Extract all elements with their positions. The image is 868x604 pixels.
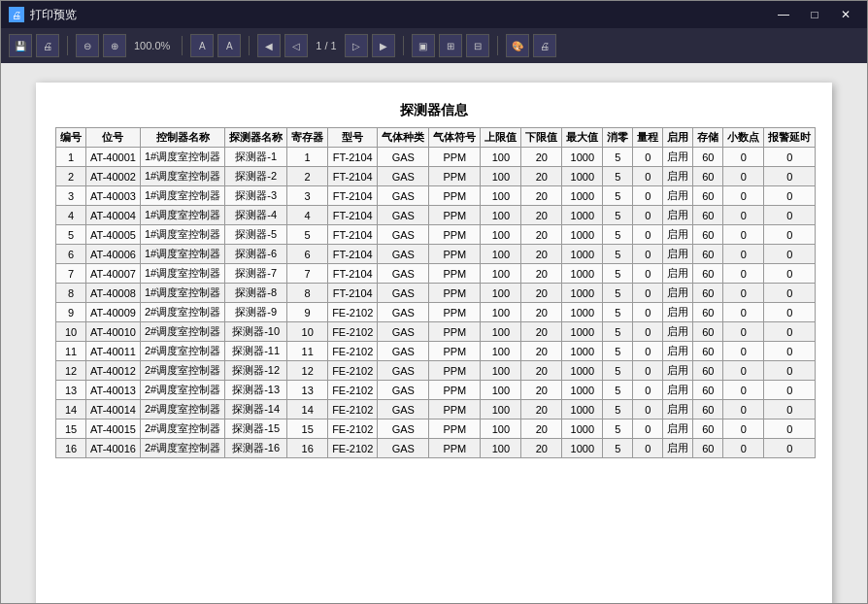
table-cell: 0 <box>723 206 764 225</box>
table-cell: 0 <box>633 148 663 167</box>
table-cell: 1#调度室控制器 <box>140 225 224 245</box>
table-row: 6AT-400061#调度室控制器探测器-66FT-2104GASPPM1002… <box>56 245 816 264</box>
table-cell: 100 <box>481 322 521 342</box>
table-cell: AT-40012 <box>86 361 141 381</box>
table-cell: 5 <box>603 264 633 284</box>
table-cell: 1000 <box>562 381 603 400</box>
table-cell: 启用 <box>663 264 693 284</box>
table-cell: 0 <box>723 284 764 303</box>
table-cell: 启用 <box>663 419 693 439</box>
table-cell: 60 <box>693 400 723 419</box>
table-cell: 2#调度室控制器 <box>140 419 224 439</box>
table-cell: 0 <box>723 322 764 342</box>
view-list-button[interactable]: ⊟ <box>466 34 489 57</box>
last-page-button[interactable]: ▶ <box>372 34 395 57</box>
table-cell: 5 <box>603 322 633 342</box>
next-page-button[interactable]: ▷ <box>345 34 368 57</box>
table-cell: 5 <box>603 303 633 322</box>
table-cell: 1000 <box>562 322 603 342</box>
table-cell: PPM <box>429 381 481 400</box>
table-cell: PPM <box>429 245 481 264</box>
view-single-button[interactable]: ▣ <box>412 34 435 57</box>
table-cell: PPM <box>429 264 481 284</box>
table-cell: 探测器-6 <box>225 245 287 264</box>
table-cell: 0 <box>764 322 816 342</box>
table-cell: 0 <box>633 342 663 361</box>
table-cell: 100 <box>481 225 521 245</box>
close-button[interactable]: ✕ <box>832 5 859 24</box>
table-cell: 0 <box>764 303 816 322</box>
table-cell: 5 <box>603 381 633 400</box>
print2-button[interactable]: 🖨 <box>533 34 556 57</box>
table-cell: 60 <box>693 303 723 322</box>
table-cell: 0 <box>764 264 816 284</box>
table-cell: PPM <box>429 400 481 419</box>
prev-page-button[interactable]: ◁ <box>284 34 308 57</box>
zoom-out-button[interactable]: ⊖ <box>76 34 99 57</box>
table-cell: AT-40007 <box>86 264 141 284</box>
first-page-button[interactable]: ◀ <box>257 34 281 57</box>
color-button[interactable]: 🎨 <box>506 34 529 57</box>
table-cell: AT-40001 <box>86 148 141 167</box>
table-cell: 0 <box>723 245 764 264</box>
table-cell: AT-40008 <box>86 284 141 303</box>
table-cell: 100 <box>481 148 521 167</box>
text-size-button[interactable]: A <box>190 34 214 57</box>
table-cell: 20 <box>521 264 562 284</box>
table-cell: FE-2102 <box>328 322 378 342</box>
table-cell: 0 <box>633 225 663 245</box>
table-cell: 100 <box>481 245 521 264</box>
table-cell: 0 <box>723 400 764 419</box>
table-cell: 100 <box>481 342 521 361</box>
table-cell: 5 <box>603 400 633 419</box>
table-cell: 20 <box>521 381 562 400</box>
table-cell: 0 <box>633 245 663 264</box>
text-size2-button[interactable]: A <box>217 34 241 57</box>
table-cell: FT-2104 <box>328 206 378 225</box>
table-cell: 8 <box>56 284 86 303</box>
table-cell: 启用 <box>663 225 693 245</box>
table-cell: 5 <box>287 225 328 245</box>
table-cell: 探测器-3 <box>225 186 287 206</box>
minimize-button[interactable]: — <box>770 5 797 24</box>
table-cell: 1#调度室控制器 <box>140 284 224 303</box>
table-cell: 60 <box>693 419 723 439</box>
table-cell: 启用 <box>663 167 693 186</box>
table-cell: 0 <box>764 225 816 245</box>
table-cell: 0 <box>633 264 663 284</box>
table-cell: 0 <box>723 342 764 361</box>
table-cell: 0 <box>633 167 663 186</box>
table-cell: 1000 <box>562 186 603 206</box>
table-cell: 4 <box>56 206 86 225</box>
table-cell: FE-2102 <box>328 400 378 419</box>
table-cell: 0 <box>764 361 816 381</box>
table-cell: AT-40003 <box>86 186 141 206</box>
header-range: 量程 <box>633 128 663 148</box>
table-cell: 16 <box>56 439 86 458</box>
table-cell: PPM <box>429 225 481 245</box>
table-cell: 14 <box>287 400 328 419</box>
maximize-button[interactable]: □ <box>801 5 828 24</box>
table-cell: FE-2102 <box>328 381 378 400</box>
table-cell: 0 <box>764 284 816 303</box>
table-row: 16AT-400162#调度室控制器探测器-1616FE-2102GASPPM1… <box>56 439 816 458</box>
print-button[interactable]: 🖨 <box>36 34 59 57</box>
table-cell: 1 <box>56 148 86 167</box>
table-cell: 启用 <box>663 381 693 400</box>
table-cell: 15 <box>56 419 86 439</box>
table-cell: 0 <box>723 186 764 206</box>
table-cell: 3 <box>287 186 328 206</box>
table-cell: 0 <box>764 167 816 186</box>
view-multi-button[interactable]: ⊞ <box>439 34 462 57</box>
zoom-in-button[interactable]: ⊕ <box>103 34 126 57</box>
save-button[interactable]: 💾 <box>9 34 32 57</box>
header-lower-limit: 下限值 <box>521 128 562 148</box>
table-cell: GAS <box>378 264 429 284</box>
table-cell: 2#调度室控制器 <box>140 400 224 419</box>
table-cell: 1#调度室控制器 <box>140 264 224 284</box>
table-cell: 60 <box>693 322 723 342</box>
table-cell: 20 <box>521 342 562 361</box>
table-cell: GAS <box>378 206 429 225</box>
table-cell: 100 <box>481 264 521 284</box>
table-title: 探测器信息 <box>55 102 813 119</box>
